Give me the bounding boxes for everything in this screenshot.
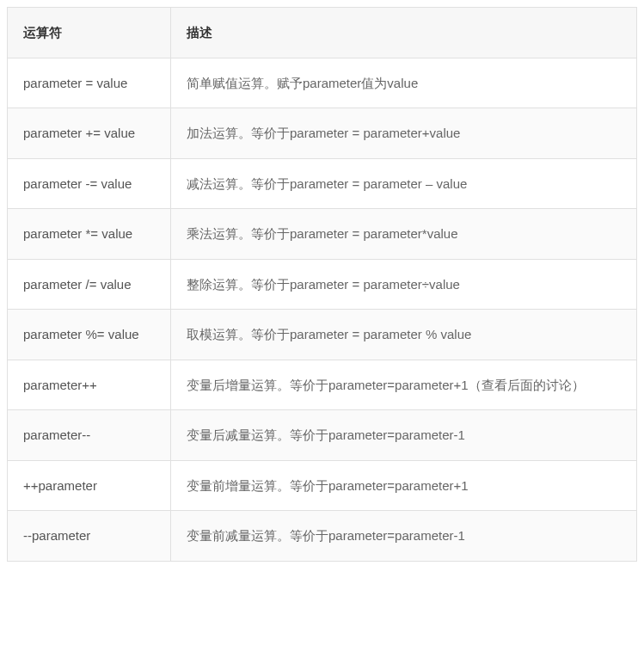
cell-operator: parameter-- bbox=[8, 410, 171, 461]
cell-operator: parameter /= value bbox=[8, 259, 171, 310]
table-row: parameter-- 变量后减量运算。等价于parameter=paramet… bbox=[8, 410, 637, 461]
cell-operator: parameter %= value bbox=[8, 310, 171, 360]
cell-operator: parameter++ bbox=[8, 360, 171, 410]
header-description: 描述 bbox=[171, 8, 637, 58]
table-row: parameter -= value 减法运算。等价于parameter = p… bbox=[8, 158, 637, 209]
cell-description: 整除运算。等价于parameter = parameter÷value bbox=[171, 259, 637, 310]
cell-operator: parameter += value bbox=[8, 108, 171, 159]
header-operator: 运算符 bbox=[8, 8, 171, 58]
table-row: parameter += value 加法运算。等价于parameter = p… bbox=[8, 108, 637, 159]
cell-description: 变量后减量运算。等价于parameter=parameter-1 bbox=[171, 410, 637, 461]
cell-description: 变量后增量运算。等价于parameter=parameter+1（查看后面的讨论… bbox=[171, 360, 637, 410]
table-row: ++parameter 变量前增量运算。等价于parameter=paramet… bbox=[8, 460, 637, 511]
cell-operator: parameter -= value bbox=[8, 158, 171, 209]
cell-operator: --parameter bbox=[8, 511, 171, 562]
cell-operator: ++parameter bbox=[8, 460, 171, 511]
cell-operator: parameter *= value bbox=[8, 209, 171, 260]
cell-description: 简单赋值运算。赋予parameter值为value bbox=[171, 58, 637, 108]
cell-operator: parameter = value bbox=[8, 58, 171, 108]
table-header-row: 运算符 描述 bbox=[8, 8, 637, 58]
cell-description: 变量前增量运算。等价于parameter=parameter+1 bbox=[171, 460, 637, 511]
cell-description: 加法运算。等价于parameter = parameter+value bbox=[171, 108, 637, 159]
table-row: parameter %= value 取模运算。等价于parameter = p… bbox=[8, 310, 637, 360]
cell-description: 变量前减量运算。等价于parameter=parameter-1 bbox=[171, 511, 637, 562]
table-row: parameter /= value 整除运算。等价于parameter = p… bbox=[8, 259, 637, 310]
table-row: parameter = value 简单赋值运算。赋予parameter值为va… bbox=[8, 58, 637, 108]
table-row: --parameter 变量前减量运算。等价于parameter=paramet… bbox=[8, 511, 637, 562]
cell-description: 取模运算。等价于parameter = parameter % value bbox=[171, 310, 637, 360]
cell-description: 减法运算。等价于parameter = parameter – value bbox=[171, 158, 637, 209]
table-row: parameter++ 变量后增量运算。等价于parameter=paramet… bbox=[8, 360, 637, 410]
table-row: parameter *= value 乘法运算。等价于parameter = p… bbox=[8, 209, 637, 260]
operators-table: 运算符 描述 parameter = value 简单赋值运算。赋予parame… bbox=[7, 7, 637, 562]
cell-description: 乘法运算。等价于parameter = parameter*value bbox=[171, 209, 637, 260]
